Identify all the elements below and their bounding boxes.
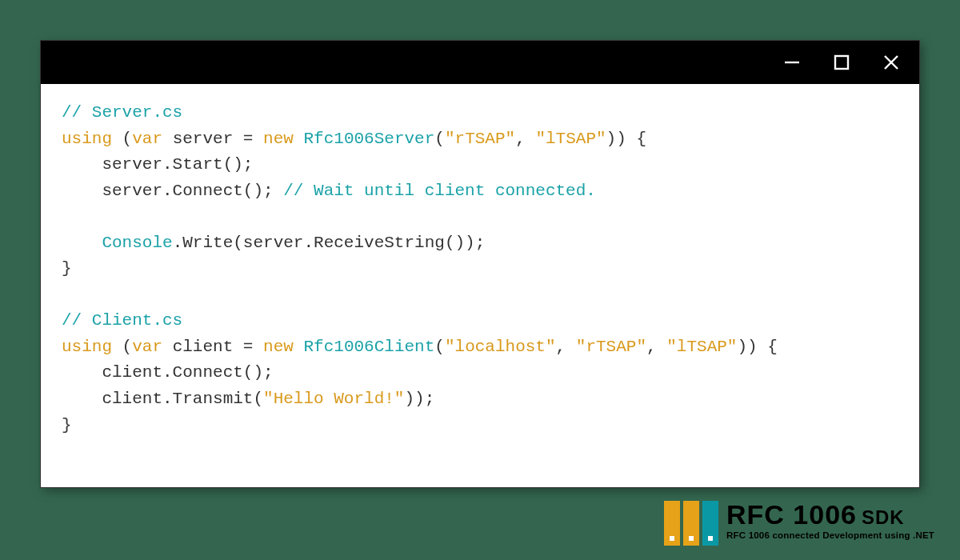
code-string: "rTSAP" xyxy=(445,130,515,148)
code-text: )); xyxy=(404,390,434,408)
code-keyword: new xyxy=(263,130,294,148)
code-comment: // Client.cs xyxy=(62,311,182,330)
code-string: "Hello World!" xyxy=(263,390,404,408)
svg-rect-1 xyxy=(835,56,848,69)
code-text: } xyxy=(62,259,72,278)
code-string: "rTSAP" xyxy=(576,338,646,356)
code-keyword: using xyxy=(62,338,112,356)
close-icon xyxy=(881,52,902,73)
code-text: , xyxy=(646,338,666,356)
code-text: client = xyxy=(162,338,263,356)
logo-title-main: RFC 1006 xyxy=(726,501,857,528)
code-text: , xyxy=(556,338,576,356)
code-text: )) { xyxy=(606,130,646,148)
code-text: )) { xyxy=(737,338,777,356)
logo-text: RFC 1006 SDK RFC 1006 connected Developm… xyxy=(726,501,934,541)
code-text: } xyxy=(62,416,72,434)
code-text: ( xyxy=(434,130,445,148)
code-comment: // Wait until client connected. xyxy=(283,182,596,200)
code-text: ( xyxy=(112,130,132,148)
code-string: "lTSAP" xyxy=(666,338,737,356)
code-text: server.Start(); xyxy=(102,155,253,174)
code-text: ( xyxy=(112,338,132,356)
close-button[interactable] xyxy=(878,49,905,76)
code-keyword: var xyxy=(132,338,162,356)
logo-bar xyxy=(664,501,680,546)
logo-bar xyxy=(702,501,718,546)
logo-title: RFC 1006 SDK xyxy=(726,501,934,528)
code-string: "lTSAP" xyxy=(535,130,606,148)
code-string: "localhost" xyxy=(445,338,556,356)
maximize-button[interactable] xyxy=(828,49,855,76)
logo-title-sdk: SDK xyxy=(862,508,905,527)
code-text: , xyxy=(515,130,535,148)
logo-subtitle: RFC 1006 connected Development using .NE… xyxy=(726,531,934,541)
code-comment: // Server.cs xyxy=(62,103,182,122)
product-logo: RFC 1006 SDK RFC 1006 connected Developm… xyxy=(664,501,934,546)
code-keyword: using xyxy=(62,130,112,148)
code-text: server = xyxy=(162,130,263,148)
logo-bar xyxy=(683,501,699,546)
code-type: Rfc1006Client xyxy=(304,338,435,356)
code-text: .Write(server.ReceiveString()); xyxy=(173,234,486,252)
logo-bars-icon xyxy=(664,501,718,546)
code-type: Rfc1006Server xyxy=(304,130,435,148)
minimize-button[interactable] xyxy=(778,49,806,76)
code-keyword: var xyxy=(132,130,162,148)
code-text: client.Connect(); xyxy=(102,363,273,382)
code-text: client.Transmit( xyxy=(102,390,263,408)
code-text xyxy=(294,130,304,148)
code-text: ( xyxy=(434,338,445,356)
maximize-icon xyxy=(831,52,852,73)
code-editor: // Server.cs using (var server = new Rfc… xyxy=(41,84,919,487)
code-text: server.Connect(); xyxy=(102,182,283,200)
code-window: // Server.cs using (var server = new Rfc… xyxy=(40,40,920,488)
code-keyword: new xyxy=(263,338,294,356)
window-titlebar xyxy=(41,41,919,84)
code-type: Console xyxy=(102,234,172,252)
code-text xyxy=(294,338,304,356)
minimize-icon xyxy=(782,52,802,73)
